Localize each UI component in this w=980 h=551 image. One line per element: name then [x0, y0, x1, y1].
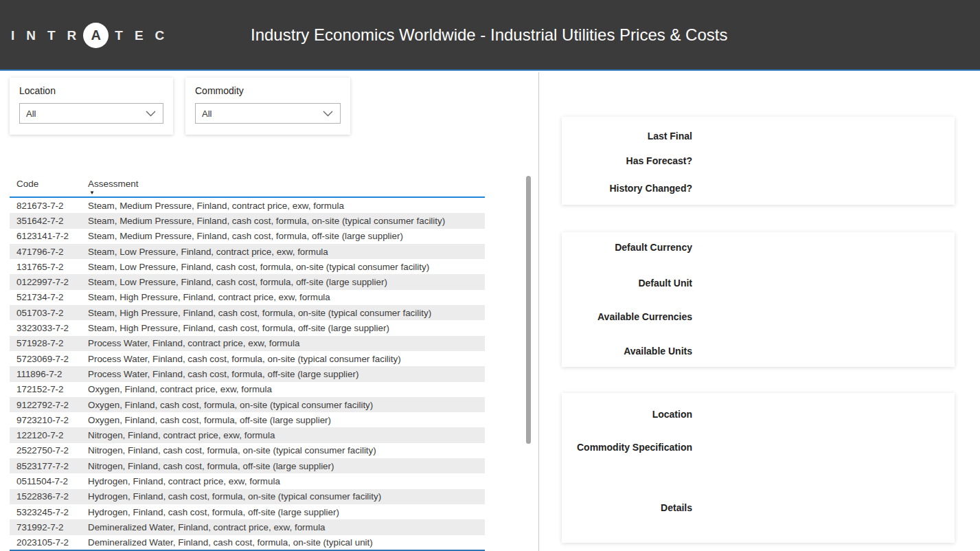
row-assessment: Steam, High Pressure, Finland, cash cost…	[88, 323, 485, 333]
table-row[interactable]: 131765-7-2Steam, Low Pressure, Finland, …	[10, 259, 485, 274]
row-code: 2522750-7-2	[10, 445, 88, 456]
commodity-dropdown-value: All	[202, 109, 212, 119]
table-row[interactable]: 051703-7-2Steam, High Pressure, Finland,…	[10, 305, 485, 320]
table-scrollbar-thumb[interactable]	[526, 176, 531, 444]
specification-card: Location Commodity Specification Details	[562, 393, 955, 543]
row-assessment: Steam, Low Pressure, Finland, cash cost,…	[88, 277, 485, 287]
logo-letters-right: TEC	[115, 28, 176, 43]
table-row[interactable]: 351642-7-2Steam, Medium Pressure, Finlan…	[10, 213, 485, 228]
table-row[interactable]: 172152-7-2Oxygen, Finland, contract pric…	[10, 382, 485, 397]
row-code: 051703-7-2	[10, 308, 88, 318]
table-header-row: Code Assessment ▼	[10, 176, 485, 198]
table-row[interactable]: 0511504-7-2Hydrogen, Finland, contract p…	[10, 473, 485, 488]
row-assessment: Oxygen, Finland, contract price, exw, fo…	[88, 384, 485, 394]
field-label-available-units: Available Units	[562, 346, 692, 357]
table-row[interactable]: 471796-7-2Steam, Low Pressure, Finland, …	[10, 244, 485, 259]
row-assessment: Steam, Low Pressure, Finland, cash cost,…	[88, 262, 485, 272]
table-body: 821673-7-2Steam, Medium Pressure, Finlan…	[10, 198, 485, 550]
row-assessment: Hydrogen, Finland, cash cost, formula, o…	[88, 507, 485, 517]
row-assessment: Steam, High Pressure, Finland, contract …	[88, 292, 485, 302]
row-assessment: Process Water, Finland, cash cost, formu…	[88, 369, 485, 379]
table-row[interactable]: 731992-7-2Demineralized Water, Finland, …	[10, 519, 485, 535]
assessments-table: Code Assessment ▼ 821673-7-2Steam, Mediu…	[10, 176, 485, 550]
table-row[interactable]: 821673-7-2Steam, Medium Pressure, Finlan…	[10, 198, 485, 213]
row-assessment: Oxygen, Finland, cash cost, formula, on-…	[88, 400, 485, 410]
row-code: 351642-7-2	[10, 216, 88, 226]
row-code: 471796-7-2	[10, 247, 88, 257]
row-code: 731992-7-2	[10, 522, 88, 532]
row-assessment: Nitrogen, Finland, cash cost, formula, o…	[88, 445, 485, 456]
row-code: 571928-7-2	[10, 338, 88, 348]
row-assessment: Process Water, Finland, cash cost, formu…	[88, 354, 485, 364]
row-assessment: Hydrogen, Finland, cash cost, formula, o…	[88, 491, 485, 502]
field-label-default-unit: Default Unit	[562, 278, 692, 289]
units-currency-card: Default Currency Default Unit Available …	[562, 232, 955, 367]
row-assessment: Steam, Medium Pressure, Finland, contrac…	[88, 201, 485, 211]
row-code: 521734-7-2	[10, 292, 88, 302]
commodity-slicer-label: Commodity	[195, 85, 244, 96]
row-code: 5323245-7-2	[10, 507, 88, 517]
row-code: 1522836-7-2	[10, 491, 88, 502]
row-code: 9122792-7-2	[10, 400, 88, 410]
row-code: 6123141-7-2	[10, 231, 88, 241]
page-title: Industry Economics Worldwide - Industria…	[251, 25, 727, 45]
table-row[interactable]: 2023105-7-2Demineralized Water, Finland,…	[10, 535, 485, 550]
table-row[interactable]: 3323033-7-2Steam, High Pressure, Finland…	[10, 320, 485, 335]
row-assessment: Steam, Medium Pressure, Finland, cash co…	[88, 231, 485, 241]
panel-divider	[538, 72, 539, 551]
row-assessment: Demineralized Water, Finland, contract p…	[88, 522, 485, 532]
row-assessment: Steam, Medium Pressure, Finland, cash co…	[88, 216, 485, 226]
app-header: INTR A TEC Industry Economics Worldwide …	[0, 0, 980, 71]
column-header-assessment[interactable]: Assessment ▼	[88, 176, 485, 196]
location-slicer-label: Location	[19, 85, 56, 96]
row-code: 0511504-7-2	[10, 476, 88, 486]
table-row[interactable]: 521734-7-2Steam, High Pressure, Finland,…	[10, 290, 485, 305]
table-row[interactable]: 9723210-7-2Oxygen, Finland, cash cost, f…	[10, 412, 485, 427]
table-row[interactable]: 6123141-7-2Steam, Medium Pressure, Finla…	[10, 229, 485, 244]
location-slicer-card: Location All	[10, 78, 173, 135]
table-row[interactable]: 5323245-7-2Hydrogen, Finland, cash cost,…	[10, 504, 485, 519]
field-label-history-changed: History Changed?	[562, 183, 692, 194]
row-assessment: Process Water, Finland, contract price, …	[88, 338, 485, 348]
logo-circle-a: A	[83, 23, 109, 48]
row-code: 122120-7-2	[10, 430, 88, 440]
field-label-last-final: Last Final	[562, 131, 692, 142]
table-row[interactable]: 0122997-7-2Steam, Low Pressure, Finland,…	[10, 274, 485, 289]
commodity-dropdown[interactable]: All	[195, 103, 341, 124]
row-code: 111896-7-2	[10, 369, 88, 379]
table-row[interactable]: 111896-7-2Process Water, Finland, cash c…	[10, 366, 485, 381]
field-label-details: Details	[562, 502, 692, 513]
row-code: 3323033-7-2	[10, 323, 88, 333]
row-assessment: Steam, High Pressure, Finland, cash cost…	[88, 308, 485, 318]
table-row[interactable]: 122120-7-2Nitrogen, Finland, contract pr…	[10, 427, 485, 442]
sort-descending-icon: ▼	[89, 190, 485, 196]
row-code: 9723210-7-2	[10, 415, 88, 425]
intratec-logo: INTR A TEC	[11, 0, 176, 71]
logo-letters-left: INTR	[11, 28, 88, 43]
row-assessment: Nitrogen, Finland, cash cost, formula, o…	[88, 461, 485, 471]
table-row[interactable]: 9122792-7-2Oxygen, Finland, cash cost, f…	[10, 397, 485, 412]
table-row[interactable]: 8523177-7-2Nitrogen, Finland, cash cost,…	[10, 458, 485, 473]
column-header-assessment-label: Assessment	[88, 179, 139, 189]
table-row[interactable]: 571928-7-2Process Water, Finland, contra…	[10, 336, 485, 351]
field-label-has-forecast: Has Forecast?	[562, 155, 692, 166]
field-label-available-currencies: Available Currencies	[562, 311, 692, 322]
row-code: 821673-7-2	[10, 201, 88, 211]
table-row[interactable]: 5723069-7-2Process Water, Finland, cash …	[10, 351, 485, 366]
commodity-slicer-card: Commodity All	[185, 78, 350, 135]
location-dropdown[interactable]: All	[19, 103, 163, 124]
row-assessment: Steam, Low Pressure, Finland, contract p…	[88, 247, 485, 257]
location-dropdown-value: All	[26, 109, 36, 119]
row-assessment: Oxygen, Finland, cash cost, formula, off…	[88, 415, 485, 425]
table-row[interactable]: 2522750-7-2Nitrogen, Finland, cash cost,…	[10, 443, 485, 458]
row-assessment: Demineralized Water, Finland, cash cost,…	[88, 537, 485, 548]
row-assessment: Nitrogen, Finland, contract price, exw, …	[88, 430, 485, 440]
row-code: 8523177-7-2	[10, 461, 88, 471]
table-row[interactable]: 1522836-7-2Hydrogen, Finland, cash cost,…	[10, 489, 485, 504]
column-header-code[interactable]: Code	[10, 176, 88, 196]
row-assessment: Hydrogen, Finland, contract price, exw, …	[88, 476, 485, 486]
chevron-down-icon	[146, 111, 156, 117]
row-code: 131765-7-2	[10, 262, 88, 272]
record-status-card: Last Final Has Forecast? History Changed…	[562, 117, 955, 205]
field-label-commodity-specification: Commodity Specification	[562, 442, 692, 453]
